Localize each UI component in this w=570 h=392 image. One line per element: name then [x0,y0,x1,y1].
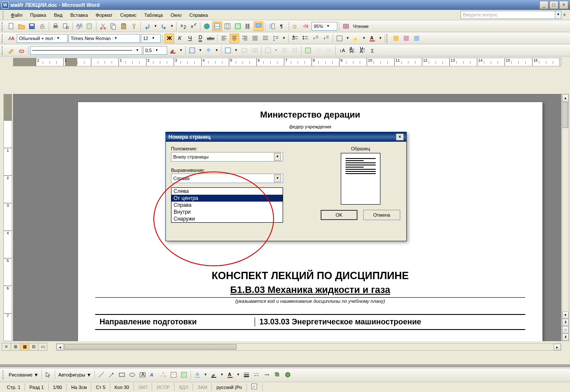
fill-color-icon[interactable] [193,370,202,380]
permission-icon[interactable] [37,22,47,31]
align-center-icon[interactable] [230,34,239,43]
numbering-icon[interactable]: 12 [290,34,300,43]
wordart-icon[interactable]: A [148,370,158,380]
columns-icon[interactable] [243,22,253,31]
dropdown-icon[interactable]: ▼ [150,36,156,40]
status-ovr[interactable]: ЗАМ [193,383,212,391]
redo-dropdown-icon[interactable]: ▼ [169,22,175,31]
merge-cells-icon[interactable] [240,46,249,55]
copy-icon[interactable] [109,22,118,31]
next-page-icon[interactable]: ⇟ [562,333,569,341]
bold-icon[interactable]: Ж [165,34,174,43]
align-justify-icon[interactable] [250,34,260,43]
dropdown-icon[interactable]: ▼ [112,36,118,40]
strikethrough-icon[interactable]: abc [206,34,215,43]
print-view-icon[interactable]: ▦ [20,343,29,351]
align-top-left-icon[interactable] [263,46,273,55]
italic-icon[interactable]: К [175,34,184,43]
drawing-toolbar-icon[interactable] [254,22,263,31]
styles-pane-icon[interactable]: AA [6,34,16,43]
cut-icon[interactable] [98,22,108,31]
grip-icon[interactable] [3,11,5,19]
bullets-icon[interactable] [301,34,310,43]
read-mode-icon[interactable] [341,22,351,31]
menu-insert[interactable]: Вставка [66,11,92,19]
insert-picture-icon[interactable] [179,370,189,380]
reading-view-icon[interactable]: ▭ [38,343,47,351]
sort-desc-icon[interactable]: ЯA [358,46,368,55]
status-spellcheck-icon[interactable] [247,383,263,391]
align-drop-icon[interactable]: ▼ [273,46,279,55]
maximize-button[interactable]: □ [549,1,558,9]
borders-icon[interactable] [335,34,344,43]
draw-table-icon[interactable] [6,46,16,55]
dropdown-icon[interactable]: ▼ [274,174,281,182]
option-right[interactable]: Справа [171,202,283,208]
scroll-right-icon[interactable]: ▸ [554,344,561,350]
status-rev[interactable]: ИСПР [152,383,174,391]
redo-icon[interactable] [159,22,168,31]
zoom-combo[interactable]: 95%▼ [311,22,337,31]
menu-window[interactable]: Окно [167,11,186,19]
line-weight-combo[interactable]: 0,5▼ [143,46,167,55]
underline-icon[interactable]: Ч [185,34,195,43]
arrow-style-icon[interactable] [262,370,272,380]
double-underline-icon[interactable]: D [196,34,205,43]
undo-dropdown-icon[interactable]: ▼ [153,22,159,31]
distribute-rows-icon[interactable] [280,46,289,55]
new-doc-icon[interactable] [6,22,16,31]
insert-table-icon[interactable] [223,22,232,31]
line-style-icon[interactable] [242,370,251,380]
dropdown-icon[interactable]: ▼ [274,153,281,161]
grip-icon[interactable] [2,22,4,31]
dash-style-icon[interactable] [252,370,262,380]
change-direction-icon[interactable]: ↕A [337,46,347,55]
align-right-icon[interactable] [240,34,249,43]
dialog-titlebar[interactable]: Номера страниц × [166,132,406,142]
tool2-icon[interactable] [402,34,411,43]
tool-icon[interactable] [314,46,323,55]
diagram-icon[interactable] [159,370,168,380]
line-color-icon[interactable] [209,370,218,380]
position-combo[interactable]: Внизу страницы ▼ [171,152,283,162]
status-ext[interactable]: ВДЛ [174,383,193,391]
grip-icon[interactable] [2,46,4,55]
oval-icon[interactable] [128,370,137,380]
ok-button[interactable]: OK [321,210,358,220]
grip-icon[interactable] [3,370,5,379]
menu-table[interactable]: Таблица [140,11,167,19]
font-color-dropdown-icon[interactable]: ▼ [235,370,241,380]
option-center[interactable]: От центра [171,195,283,202]
highlight-dropdown-icon[interactable]: ▼ [361,34,367,43]
insert-table-drop-icon[interactable]: ▼ [233,46,239,55]
outline-view-icon[interactable]: ⊟ [29,343,38,351]
menu-close-doc[interactable]: × [561,12,567,17]
border-color-drop-icon[interactable]: ▼ [178,46,184,55]
arrow-icon[interactable] [107,370,116,380]
grip-icon[interactable] [2,34,4,43]
highlight-icon[interactable] [351,34,361,43]
clipart-icon[interactable] [169,370,178,380]
show-marks-icon[interactable]: ¶ [277,22,287,31]
line-icon[interactable] [97,370,106,380]
dropdown-icon[interactable]: ▼ [134,48,140,52]
option-inside[interactable]: Внутри [171,208,283,215]
menu-format[interactable]: Формат [92,11,116,19]
prev-page-icon[interactable]: ⇞ [562,319,569,326]
autoformat-icon[interactable] [303,46,313,55]
normal-view-icon[interactable]: ≡ [2,343,11,351]
scroll-thumb[interactable] [64,344,237,350]
alignment-combo[interactable]: Справа ▼ [171,174,283,183]
line-style-combo[interactable]: ▼ [30,46,142,55]
spellcheck-icon[interactable]: ABC [75,22,84,31]
dropdown-icon[interactable]: ▼ [55,36,61,40]
autoshapes-menu[interactable]: Автофигуры ▼ [56,372,93,377]
border-color-icon[interactable] [168,46,178,55]
borders-dropdown-icon[interactable]: ▼ [345,34,351,43]
read-mode-label[interactable]: Чтение [351,24,371,29]
print-preview-icon[interactable] [61,22,71,31]
eraser-icon[interactable] [17,46,26,55]
dropdown-icon[interactable]: ▼ [153,48,159,52]
menu-help[interactable]: Справка [185,11,212,19]
cancel-button[interactable]: Отмена [363,210,400,220]
